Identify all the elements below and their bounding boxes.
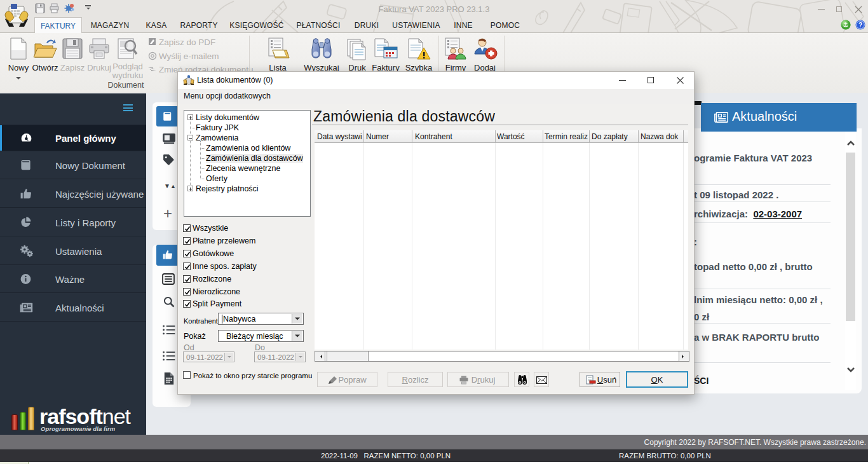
svg-text:?: ? xyxy=(858,22,862,29)
